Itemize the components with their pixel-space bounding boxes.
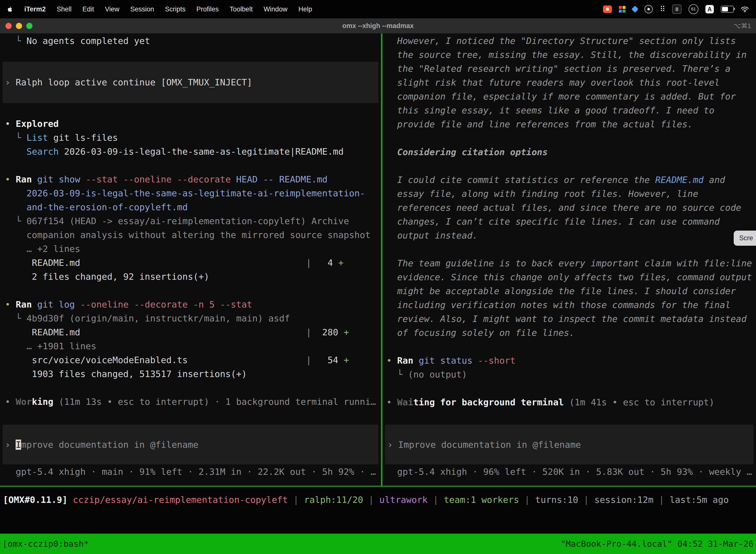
text-segment: ultrawork [379,495,428,505]
text-segment: king [32,397,53,407]
percent-badge-icon[interactable]: 61 [689,4,698,14]
text-segment [5,188,26,198]
text-segment: this single essay, it seems like a good … [386,105,714,115]
text-segment: of focusing solely on file lines. [386,328,575,338]
text-segment: | [519,495,535,505]
round-app-icon[interactable] [644,5,653,13]
text-segment: However, I noticed the "Directory Struct… [386,36,736,46]
numpad-icon[interactable]: 8 [672,4,682,14]
text-segment: HEAD -- README.md [231,174,327,184]
menu-bar: iTerm2 Shell Edit View Session Scripts P… [0,0,756,18]
screen-overlay-button[interactable]: Scre [734,231,756,246]
tmux-status-bar: [omx-cczip0:bash* "MacBook-Pro-44.local"… [0,534,756,554]
grid-app-icon[interactable] [619,6,626,13]
right-prompt-input[interactable]: › Improve documentation in @filename [385,425,754,464]
close-button[interactable] [5,23,12,29]
text-segment: companion analysis without altering the … [5,230,371,240]
menu-view[interactable]: View [105,5,119,13]
menu-shell[interactable]: Shell [57,5,72,13]
text-segment: and-the-erosion-of-copyleft.md [26,202,188,212]
menu-window[interactable]: Window [264,5,288,13]
text-segment: essay file, along with finding root file… [386,189,698,199]
minimize-button[interactable] [16,23,22,29]
terminal-line: references need actual files, and since … [386,201,753,215]
text-segment: 4 [311,258,338,268]
text-segment: ting for background terminal [413,397,564,407]
input-source-icon[interactable]: A [705,5,714,13]
screen-recording-icon[interactable] [603,5,612,13]
text-segment: (1m 41s • esc to interrupt) [564,397,714,407]
terminal-line: README.md| 280 + [5,325,378,339]
text-segment: README.md [5,256,306,270]
zoom-button[interactable] [26,23,33,29]
app-menu-iterm2[interactable]: iTerm2 [24,5,46,13]
text-segment: --oneline --decorate -n 5 --stat [80,299,252,310]
text-segment: (no output) [408,369,467,380]
left-prompt-input[interactable]: › Improve documentation in @filename [2,425,378,464]
tmux-session-label: [omx-cczip0:bash* [2,539,89,549]
menu-session[interactable]: Session [130,5,154,13]
terminal-line: essay file, along with finding root file… [386,187,753,201]
text-segment: including verification notes with those … [386,300,731,310]
terminal-blank-line [5,284,378,297]
menu-edit[interactable]: Edit [82,5,94,13]
terminal-line: 1903 files changed, 513517 insertions(+) [5,367,378,381]
left-pane-output: └ No agents completed yet› Ralph loop ac… [0,34,381,409]
dots-grid-icon[interactable]: ⠿ [660,5,665,13]
text-segment: Ran [16,174,32,184]
terminal-line: • Ran git log --oneline --decorate -n 5 … [5,297,378,312]
terminal-line: this single essay, it seems like a good … [386,104,753,117]
text-segment: references need actual files, and since … [386,203,741,213]
menu-toolbelt[interactable]: Toolbelt [230,5,253,13]
traffic-lights [5,23,33,29]
menu-scripts[interactable]: Scripts [165,5,186,13]
text-segment: Improve documentation in @filename [398,440,581,450]
text-segment: | [306,355,312,365]
terminal-blank-line [5,159,378,172]
text-segment: | [306,258,312,268]
right-status-line: gpt-5.4 xhigh · 96% left · 520K in · 5.8… [386,465,752,479]
terminal-blank-line [386,159,753,173]
tmux-host-clock: "MacBook-Pro-44.local" 04:52 31-Mar-26 [561,539,754,549]
text-segment: | [428,495,444,505]
text-segment: I could cite commit statistics or refere… [386,175,655,185]
text-segment: └ [5,132,26,143]
text-segment: mprove documentation in @filename [21,440,198,450]
text-segment: + [338,258,344,268]
text-segment [5,147,26,157]
text-segment: Search [26,147,59,157]
terminal-line: of focusing solely on file lines. [386,326,753,340]
window-shortcut-badge: ⌥⌘1 [734,22,751,30]
apple-menu-icon[interactable] [7,5,13,13]
text-segment: companion file, especially if more comme… [386,91,736,102]
text-segment: the source tree, missing the essay. Stil… [386,50,747,60]
text-segment: | [306,327,312,337]
text-segment: › [5,77,16,88]
terminal-blank-line [5,103,378,117]
menu-profiles[interactable]: Profiles [196,5,219,13]
menu-help[interactable]: Help [298,5,312,13]
terminal-line: might be acceptable alongside the file l… [386,284,753,298]
text-segment: └ [386,369,408,380]
terminal-blank-line [386,382,753,395]
terminal-line: └ List git ls-files [5,131,378,145]
terminal-line: 2026-03-09-is-legal-the-same-as-legitima… [5,186,378,200]
text-segment: Considering citation options [386,147,548,157]
terminal-line: • Ran git status --short [386,354,753,368]
terminal-line: └ No agents completed yet [5,34,378,48]
text-segment: | [288,495,304,505]
terminal-blank-line [386,131,753,145]
text-segment: • [386,397,397,407]
text-segment: 2 files changed, 92 insertions(+) [5,272,209,282]
terminal-line: └ (no output) [386,368,753,382]
terminal-line: • Ran git show --stat --oneline --decora… [5,172,378,186]
text-segment: Ralph loop active continue [OMX_TMUX_INJ… [16,77,252,88]
battery-icon[interactable] [721,6,734,13]
text-segment: • [5,397,16,407]
window-title-bar: omx --xhigh --madmax ⌥⌘1 [0,18,756,34]
text-segment: git log [37,299,80,310]
text-segment: last:5m ago [670,495,729,505]
blue-app-icon[interactable] [632,7,637,12]
text-segment: might be acceptable alongside the file l… [386,286,736,296]
wifi-icon[interactable] [741,6,749,12]
